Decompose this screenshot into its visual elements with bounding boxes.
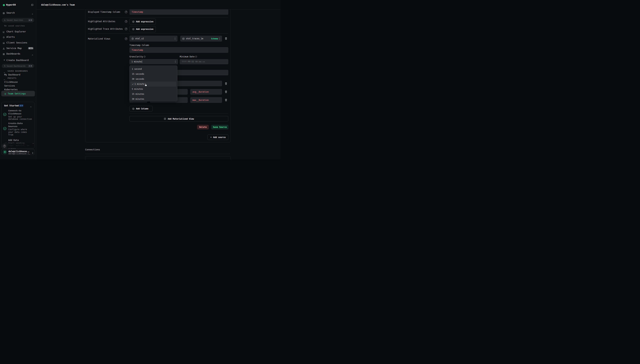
help-circle-icon[interactable]: ?	[125, 20, 127, 23]
presets-group-header[interactable]: PRESETS	[0, 77, 36, 80]
get-started-card: Get Started 2/3 Connect to ClickHouse Se…	[2, 102, 35, 148]
granularity-option[interactable]: 1 second	[130, 66, 177, 72]
delete-column-icon[interactable]	[225, 99, 227, 101]
selector-chevrons-icon	[175, 60, 176, 63]
sidebar-item-client-sessions[interactable]: Client Sessions	[0, 40, 36, 45]
materialized-views-label: Materialized Views	[88, 38, 110, 40]
team-page-title: dale@clickhouse.com's Team	[41, 4, 75, 6]
column-expression-input[interactable]: avg__Duration	[190, 89, 222, 94]
sidebar-item-label: Chart Explorer	[7, 30, 26, 33]
column-expression-input[interactable]: max__Duration	[190, 97, 222, 103]
add-expression-button[interactable]: Add expression	[130, 18, 156, 25]
option-label: 1 second	[132, 68, 142, 70]
sidebar-item-my-dashboard[interactable]: My Dashboard	[4, 73, 21, 76]
granularity-option[interactable]: 15 seconds	[130, 72, 177, 76]
plus-circle-icon	[132, 20, 135, 23]
add-source-button[interactable]: + Add source	[208, 134, 228, 140]
help-circle-icon[interactable]: ?	[125, 11, 127, 13]
delete-source-button[interactable]: Delete	[197, 125, 209, 130]
option-label: 15 seconds	[132, 73, 144, 75]
no-saved-searches-text: No saved searches	[4, 25, 25, 27]
mouse-cursor	[144, 83, 147, 87]
granularity-option[interactable]: 5 minutes	[130, 86, 177, 92]
step-title-line[interactable]: Sources	[8, 125, 17, 128]
sidebar: HyperDX Search Saved Searches ⌘ K No sav…	[0, 0, 36, 160]
schema-link[interactable]: Schema	[211, 38, 218, 40]
step-title-line[interactable]: Connect to	[8, 110, 21, 112]
delete-column-icon[interactable]	[225, 90, 227, 93]
sidebar-item-service-map[interactable]: Service Map BETA	[0, 46, 36, 50]
chevron-up-icon[interactable]	[30, 105, 32, 108]
save-source-button[interactable]: Save Source	[211, 125, 228, 130]
check-circle-icon	[3, 113, 7, 117]
info-circle-icon[interactable]: ?	[144, 56, 145, 58]
step-title-line[interactable]: Create Data	[8, 122, 23, 124]
granularity-option-selected[interactable]: 1 minute	[130, 82, 176, 86]
bell-icon	[3, 36, 5, 39]
table-icon	[182, 38, 185, 40]
granularity-option[interactable]: 30 minutes	[130, 96, 177, 102]
input-value: max__Duration	[191, 99, 209, 101]
user-profile-card[interactable]: D dale@clickhouse.… dale@clickhouse.c…	[2, 149, 35, 155]
delete-materialized-view-icon[interactable]	[225, 37, 227, 40]
sidebar-item-alerts[interactable]: Alerts	[0, 35, 36, 39]
materialized-table-select[interactable]: otel_traces_1m Schema	[180, 36, 222, 42]
add-expression-button[interactable]: Add expression	[130, 26, 156, 32]
help-circle-icon[interactable]: ?	[125, 28, 127, 30]
search-icon	[4, 65, 6, 67]
saved-searches-input[interactable]: Saved Searches ⌘ K	[2, 18, 34, 22]
progress-badge: 2/3	[19, 104, 24, 107]
add-materialized-view-button[interactable]: Add Materialized View	[130, 116, 228, 122]
sidebar-item-chart-explorer[interactable]: Chart Explorer	[0, 30, 36, 34]
step-desc-line: database connection	[8, 118, 32, 120]
check-icon	[132, 83, 134, 85]
materialized-view-select[interactable]: otel_v2	[130, 36, 177, 42]
help-circle-icon[interactable]: ?	[125, 38, 127, 40]
step-title-line[interactable]: Add Data	[8, 139, 19, 142]
minimum-date-label: Minimum Date?	[180, 56, 197, 58]
service-map-icon	[3, 47, 5, 50]
add-column-button[interactable]: Add Column	[130, 106, 153, 112]
displayed-timestamp-column-input[interactable]: Timestamp	[130, 10, 228, 15]
sidebar-item-search[interactable]: Search	[0, 11, 36, 15]
granularity-option[interactable]: 30 seconds	[130, 76, 177, 82]
timestamp-column-input[interactable]: Timestamp	[130, 47, 228, 53]
sidebar-item-services[interactable]: Services	[4, 84, 15, 87]
granularity-label: Granularity?	[130, 56, 145, 58]
step-title-line[interactable]: ClickHouse	[8, 112, 21, 115]
group-header-label: PRESETS	[8, 77, 17, 79]
saved-dashboards-input[interactable]: Saved Dashboards ⌘ K	[2, 64, 34, 68]
gear-icon	[4, 92, 7, 96]
sidebar-item-clickhouse[interactable]: ClickHouse	[4, 81, 18, 83]
saved-dashboards-group-header[interactable]: SAVED DASHBOARDS	[0, 70, 36, 72]
selector-chevrons-icon	[174, 37, 176, 40]
granularity-select[interactable]: 1 minute	[130, 59, 178, 64]
create-dashboard-label: Create Dashboard	[7, 59, 29, 62]
info-circle-icon[interactable]: ?	[195, 56, 197, 58]
chevron-up-icon	[32, 53, 33, 56]
sidebar-item-team-settings[interactable]: Team Settings	[1, 91, 35, 96]
sidebar-item-label: Alerts	[7, 36, 15, 38]
minimum-date-input[interactable]: YYYY-MM-DD HH:mm:ss	[180, 59, 228, 64]
step-desc-line: Set up your	[8, 116, 22, 118]
divider	[85, 154, 230, 154]
input-value: Timestamp	[130, 11, 143, 13]
collapse-sidebar-icon[interactable]	[31, 4, 34, 6]
shortcut-badge: ⌘ K	[28, 19, 33, 21]
create-dashboard-button[interactable]: + Create Dashboard	[0, 58, 36, 62]
user-name: dale@clickhouse.…	[9, 150, 29, 153]
sidebar-item-dashboards[interactable]: Dashboards	[0, 52, 36, 56]
divider	[130, 113, 228, 114]
divider	[88, 17, 228, 18]
sidebar-item-label: Service Map	[7, 47, 22, 50]
step-desc-line: logs, metrics, or	[8, 144, 30, 147]
granularity-dropdown: 1 second 15 seconds 30 seconds 1 minute …	[129, 66, 177, 101]
input-placeholder: YYYY-MM-DD HH:mm:ss	[180, 60, 205, 63]
step-desc-line: Start sending	[8, 142, 25, 144]
delete-row-icon[interactable]	[225, 82, 227, 85]
help-button[interactable]: ?	[2, 144, 7, 149]
button-label: Add expression	[136, 20, 154, 23]
input-value: avg__Duration	[191, 91, 209, 93]
granularity-option[interactable]: 15 minutes	[130, 92, 177, 96]
sidebar-item-kubernetes[interactable]: Kubernetes	[4, 88, 18, 91]
